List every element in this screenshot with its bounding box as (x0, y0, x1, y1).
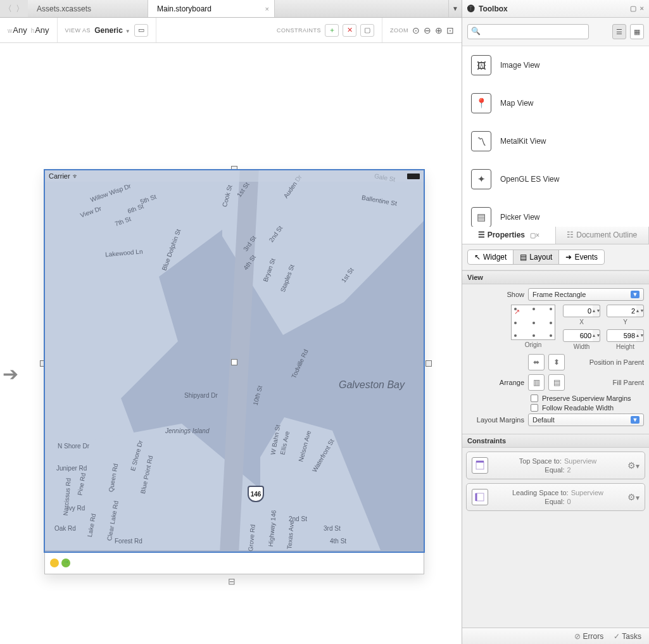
close-icon[interactable]: × (265, 5, 269, 13)
toolbox-item-label: Picker View (500, 213, 539, 222)
stepper-icon[interactable]: ▲▼ (593, 329, 600, 342)
toolbox-search-input[interactable] (467, 24, 589, 39)
map-view[interactable]: Carrier ᯤ Galveston Bay 146 Gale St B (45, 170, 424, 552)
origin-label: Origin (525, 341, 542, 348)
toolbox-header: 🅣 Toolbox ▢× (462, 0, 649, 18)
stepper-icon[interactable]: ▲▼ (636, 329, 644, 342)
close-icon[interactable]: × (640, 4, 644, 13)
properties-tab[interactable]: ☰ Properties ▢× (462, 227, 556, 244)
toolbox-item[interactable]: ▤Picker View (462, 198, 649, 227)
undock-icon[interactable]: ▢ (530, 232, 536, 239)
origin-picker[interactable]: ↗ (511, 305, 555, 340)
view-as-label: VIEW AS (65, 27, 91, 34)
toolbox-item[interactable]: ✦OpenGL ES View (462, 160, 649, 198)
layout-segment[interactable]: ▤Layout (513, 249, 559, 265)
position-parent-label: Position in Parent (569, 358, 644, 366)
tab-assets[interactable]: Assets.xcassets (28, 0, 148, 17)
size-class-w[interactable]: wAny (8, 25, 27, 35)
show-label: Show (467, 291, 524, 298)
remove-constraint-icon[interactable]: ✕ (343, 24, 356, 37)
layout-margins-label: Layout Margins (467, 416, 524, 424)
pin-icon: 📍 (471, 93, 491, 113)
events-segment[interactable]: ➜Events (558, 249, 605, 265)
view-as-select[interactable]: Generic▼ (94, 26, 130, 35)
undock-icon[interactable]: ▢ (630, 4, 636, 13)
zoom-out-icon[interactable]: ⊖ (424, 25, 431, 35)
resize-handle[interactable]: ⊟ (228, 576, 239, 585)
resize-handle[interactable] (425, 360, 432, 367)
toolbox-item[interactable]: 📍Map View (462, 84, 649, 122)
status-bar-footer: Errors Tasks (462, 628, 649, 644)
zoom-label: ZOOM (390, 27, 408, 34)
search-icon: 🔍 (471, 27, 481, 35)
gear-icon[interactable]: ⚙▾ (627, 492, 640, 502)
readable-width-checkbox[interactable] (531, 404, 538, 412)
wifi-icon: ᯤ (72, 172, 79, 180)
list-view-icon[interactable]: ☰ (612, 24, 626, 39)
constraint-top-icon (472, 457, 488, 474)
stepper-icon[interactable]: ▲▼ (593, 305, 600, 317)
tab-overflow-icon[interactable]: ▼ (449, 0, 462, 17)
tab-storyboard[interactable]: Main.storyboard × (148, 0, 275, 17)
widget-segment[interactable]: ↖Widget (467, 249, 514, 265)
segue-arrow-icon: ➔ (3, 363, 18, 385)
toolbox-list[interactable]: 🖼Image View📍Map View〽MetalKit View✦OpenG… (462, 46, 649, 227)
battery-icon (407, 174, 420, 179)
device-frame[interactable]: Carrier ᯤ Galveston Bay 146 Gale St B (44, 170, 424, 574)
constraints-label: CONSTRAINTS (277, 27, 321, 34)
toolbox-item[interactable]: 🖼Image View (462, 46, 649, 84)
show-select[interactable]: Frame Rectangle▼ (528, 288, 644, 301)
first-responder-icon[interactable] (50, 559, 59, 567)
stepper-icon[interactable]: ▲▼ (636, 305, 644, 317)
layout-icon: ▤ (520, 253, 527, 262)
outline-icon: ☷ (567, 230, 574, 239)
position-v-icon[interactable]: ⬍ (548, 354, 565, 370)
fill-h-icon[interactable]: ▥ (528, 374, 545, 391)
frames-icon[interactable]: ▢ (360, 24, 374, 37)
zoom-actual-icon[interactable]: ⊡ (446, 25, 454, 35)
document-outline-tab[interactable]: ☷ Document Outline (556, 227, 650, 244)
preserve-margins-checkbox[interactable] (531, 395, 538, 402)
axes-icon: ✦ (471, 169, 491, 189)
map-bay-label: Galveston Bay (339, 379, 405, 391)
constraint-top[interactable]: Top Space to:Superview Equal:2 ⚙▾ (466, 451, 645, 479)
events-icon: ➜ (565, 253, 572, 262)
grid-view-icon[interactable]: ▦ (630, 24, 644, 39)
tasks-button[interactable]: Tasks (614, 632, 641, 641)
y-field[interactable] (607, 305, 638, 317)
nav-back-icon[interactable]: 〈 (4, 3, 12, 15)
zoom-in-icon[interactable]: ⊕ (435, 25, 443, 35)
scene-dock (45, 552, 424, 574)
status-bar: Carrier ᯤ (45, 170, 424, 182)
toolbox-item[interactable]: 〽MetalKit View (462, 122, 649, 160)
size-class-h[interactable]: hAny (31, 25, 49, 35)
exit-icon[interactable] (61, 559, 70, 567)
toolbox-item-label: OpenGL ES View (500, 175, 559, 184)
design-canvas[interactable]: ➔ ⊟ Carrier ᯤ Galvesto (0, 43, 462, 644)
position-h-icon[interactable]: ⬌ (528, 354, 545, 370)
fill-v-icon[interactable]: ▤ (548, 374, 565, 391)
constraints-section-header: Constraints (462, 434, 649, 448)
width-field[interactable] (563, 329, 595, 342)
view-section-header: View (462, 270, 649, 284)
add-constraint-icon[interactable]: ＋ (325, 24, 339, 37)
orientation-icon[interactable]: ▭ (134, 24, 148, 37)
toolbox-icon: 🅣 (467, 4, 475, 13)
zoom-fit-icon[interactable]: ⊙ (412, 25, 420, 35)
constraint-leading[interactable]: Leading Space to:Superview Equal:0 ⚙▾ (466, 483, 645, 511)
errors-button[interactable]: Errors (574, 632, 603, 641)
tab-label: Assets.xcassets (37, 4, 91, 13)
selection-center-handle[interactable] (231, 359, 237, 365)
layout-margins-select[interactable]: Default▼ (528, 414, 644, 426)
nav-forward-icon[interactable]: 〉 (16, 3, 24, 15)
height-field[interactable] (607, 329, 638, 342)
arrange-label: Arrange (467, 379, 524, 386)
highway-shield: 146 (248, 486, 264, 502)
close-icon[interactable]: × (536, 232, 539, 239)
cursor-icon: ↖ (474, 253, 481, 262)
gear-icon[interactable]: ⚙▾ (627, 460, 640, 470)
toolbox-item-label: Map View (500, 99, 533, 108)
picker-icon: ▤ (471, 207, 491, 227)
toolbox-item-label: Image View (500, 61, 539, 70)
x-field[interactable] (563, 305, 595, 317)
